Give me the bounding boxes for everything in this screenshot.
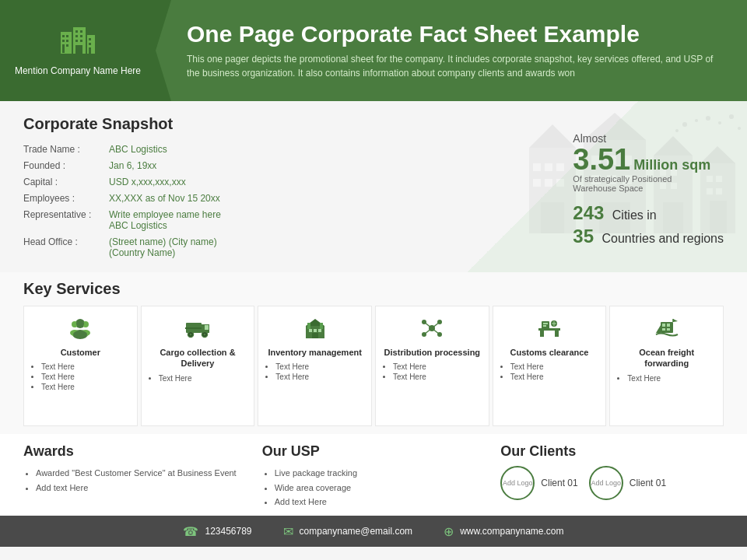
snapshot-label-tradename: Trade Name :	[23, 144, 109, 155]
service-name-customs: Customs clearance	[510, 347, 589, 358]
usp-col: Our USP Live package tracking Wide area …	[262, 443, 486, 509]
footer-email: ✉ companyname@email.com	[283, 524, 413, 539]
svg-rect-76	[309, 329, 312, 332]
svg-rect-93	[555, 331, 559, 337]
stats-area: Almost 3.51 Million sqm Of strategically…	[549, 132, 724, 247]
usp-title: Our USP	[262, 443, 486, 460]
service-bullet: Text Here	[41, 373, 131, 381]
svg-point-70	[190, 334, 192, 336]
svg-rect-95	[543, 323, 548, 324]
svg-rect-78	[318, 329, 321, 332]
service-name-inventory: Inventory management	[268, 347, 361, 358]
svg-rect-8	[75, 30, 78, 33]
svg-rect-17	[89, 43, 91, 45]
footer-email-address: companyname@email.com	[300, 526, 413, 537]
stat-cities-number: 243	[573, 202, 604, 223]
clients-col: Our Clients Add Logo Client 01 Add Logo …	[500, 443, 724, 509]
snapshot-row-employees: Employees : XX,XXX as of Nov 15 20xx	[23, 193, 428, 204]
stat-countries-label: Countries and regions	[601, 232, 724, 245]
service-bullet: Text Here	[275, 362, 365, 371]
service-bullet: Text Here	[41, 362, 131, 371]
service-name-ocean: Ocean freight forwarding	[616, 347, 717, 369]
client-item-2: Add Logo Client 01	[589, 466, 666, 500]
award-item-1: Awarded "Best Customer Service" at Busin…	[36, 466, 247, 481]
svg-line-90	[432, 328, 440, 334]
snapshot-label-employees: Employees :	[23, 193, 109, 204]
header-subtitle: This one pager depicts the promotional s…	[187, 52, 724, 80]
service-bullets-ocean: Text Here	[616, 374, 717, 384]
ship-icon	[654, 314, 679, 342]
service-name-customer: Customer	[61, 347, 100, 358]
service-name-distribution: Distribution processing	[384, 347, 480, 358]
snapshot-left: Corporate Snapshot Trade Name : ABC Logi…	[23, 115, 444, 264]
svg-rect-104	[662, 328, 665, 331]
svg-point-65	[73, 331, 87, 338]
svg-line-88	[432, 322, 440, 328]
header-title: One Page Corporate Fact Sheet Example	[187, 21, 724, 47]
svg-rect-96	[543, 325, 546, 327]
snapshot-label-capital: Capital :	[23, 177, 109, 187]
snapshot-value-tradename: ABC Logistics	[109, 144, 167, 155]
svg-line-87	[424, 322, 432, 328]
usp-item-3: Add text Here	[275, 495, 486, 509]
awards-title: Awards	[23, 443, 247, 460]
svg-rect-73	[185, 327, 202, 329]
award-item-2: Add text Here	[36, 481, 247, 495]
stat-sqm-unit: Million sqm	[633, 157, 710, 173]
bottom-section: Awards Awarded "Best Customer Service" a…	[0, 434, 747, 516]
phone-icon: ☎	[183, 524, 198, 539]
person-icon	[68, 314, 92, 342]
stat-countries-line: 35 Countries and regions	[573, 226, 724, 247]
client-logo-2: Add Logo	[589, 466, 623, 500]
service-bullet: Text Here	[41, 383, 131, 391]
svg-rect-13	[80, 40, 82, 42]
svg-rect-105	[667, 328, 670, 331]
snapshot-label-founded: Founded :	[23, 160, 109, 171]
snapshot-right: Almost 3.51 Million sqm Of strategically…	[444, 115, 724, 264]
footer: ☎ 123456789 ✉ companyname@email.com ⊕ ww…	[0, 516, 747, 547]
snapshot-value-founded: Jan 6, 19xx	[109, 160, 156, 171]
services-section: Key Services Customer Text Here Text	[0, 272, 747, 434]
service-card-ocean: Ocean freight forwarding Text Here	[609, 306, 724, 426]
header-logo-area: Mention Company Name Here	[0, 0, 156, 101]
svg-rect-5	[62, 44, 65, 53]
svg-marker-107	[673, 319, 678, 322]
svg-rect-103	[667, 324, 670, 327]
snapshot-value-employees: XX,XXX as of Nov 15 20xx	[109, 193, 220, 204]
truck-icon	[185, 314, 210, 342]
svg-rect-92	[540, 331, 544, 337]
snapshot-table: Trade Name : ABC Logistics Founded : Jan…	[23, 144, 428, 258]
email-icon: ✉	[283, 524, 293, 539]
svg-point-64	[76, 320, 84, 327]
svg-marker-100	[656, 325, 661, 333]
footer-phone-number: 123456789	[205, 526, 251, 537]
service-bullet: Text Here	[159, 374, 248, 383]
svg-rect-1	[62, 35, 65, 37]
service-bullets-customs: Text Here Text Here	[500, 362, 600, 383]
awards-list: Awarded "Best Customer Service" at Busin…	[23, 466, 247, 495]
svg-rect-14	[75, 45, 82, 54]
snapshot-label-representative: Representative :	[23, 209, 109, 220]
header: Mention Company Name Here One Page Corpo…	[0, 0, 747, 101]
customs-desk-icon	[537, 314, 562, 342]
svg-rect-79	[312, 333, 318, 338]
clients-title: Our Clients	[500, 443, 724, 460]
usp-list: Live package tracking Wide area coverage…	[262, 466, 486, 509]
svg-rect-102	[662, 324, 665, 327]
client-item-1: Add Logo Client 01	[500, 466, 577, 500]
snapshot-row-tradename: Trade Name : ABC Logistics	[23, 144, 428, 155]
client-logo-1: Add Logo	[500, 466, 535, 500]
client-name-2: Client 01	[630, 478, 666, 488]
snapshot-row-headoffice: Head Office : (Street name) (City name) …	[23, 236, 428, 258]
footer-phone: ☎ 123456789	[183, 524, 251, 539]
stat-cities-line: 243 Cities in	[573, 202, 724, 224]
service-bullet: Text Here	[393, 373, 482, 381]
svg-rect-6	[66, 44, 68, 47]
building2-icon	[303, 314, 327, 342]
service-bullet: Text Here	[393, 362, 482, 371]
service-bullets-customer: Text Here Text Here Text Here	[30, 362, 131, 393]
svg-rect-10	[75, 35, 78, 37]
network-icon	[420, 314, 444, 342]
building-logo-icon	[59, 24, 96, 62]
stat-sqm-number: 3.51	[573, 145, 630, 174]
